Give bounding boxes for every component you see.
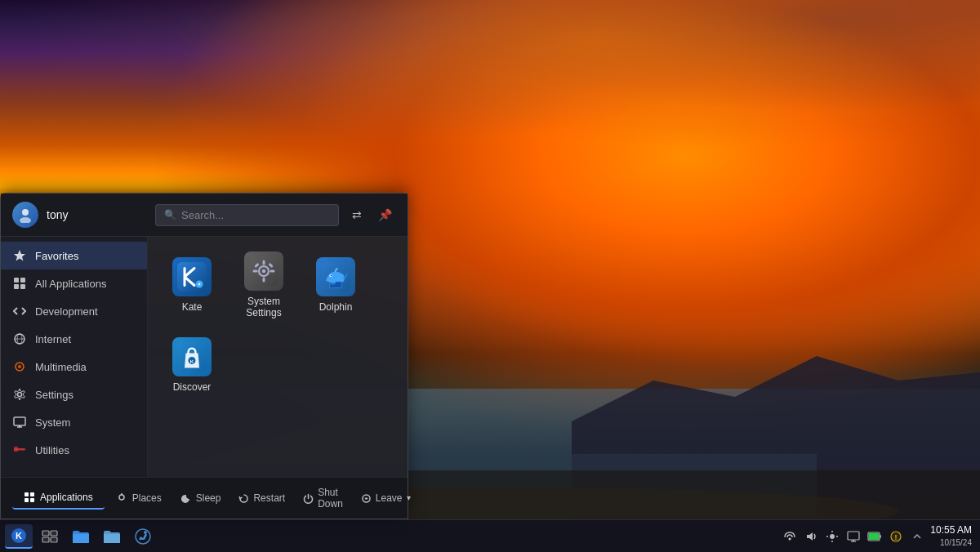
sidebar-item-internet[interactable]: Internet <box>1 325 147 353</box>
svg-point-52 <box>144 531 147 534</box>
moon-icon <box>181 492 192 504</box>
search-input[interactable] <box>181 209 330 221</box>
footer-actions: Sleep Restart <box>173 483 419 514</box>
app-dolphin-label: Dolphin <box>319 301 353 313</box>
sidebar-item-label: All Applications <box>35 278 106 290</box>
svg-text:!: ! <box>895 533 898 541</box>
clock[interactable]: 10:55 AM 10/15/24 <box>930 524 972 548</box>
sidebar-item-utilities[interactable]: Utilities <box>1 436 147 464</box>
footer-tab-places[interactable]: Places <box>105 487 173 510</box>
file-manager-button[interactable] <box>98 524 126 549</box>
sidebar-item-system[interactable]: System <box>1 408 147 436</box>
restart-button[interactable]: Restart <box>230 488 293 508</box>
footer-tab-applications[interactable]: Applications <box>12 487 105 510</box>
grid-icon <box>12 276 27 291</box>
network-icon[interactable] <box>782 528 798 545</box>
switch-user-button[interactable]: ⇄ <box>345 203 368 226</box>
leave-label: Leave <box>376 492 403 504</box>
kickoff-button[interactable]: K <box>5 524 33 549</box>
pin-button[interactable]: 📌 <box>373 203 396 226</box>
folder-icon <box>103 529 121 544</box>
svg-rect-21 <box>14 447 18 452</box>
sidebar-item-label: Multimedia <box>35 361 87 373</box>
monitor-icon <box>12 415 27 430</box>
svg-rect-8 <box>20 278 25 283</box>
brightness-icon[interactable] <box>824 528 840 545</box>
sleep-button[interactable]: Sleep <box>173 488 229 508</box>
battery-icon[interactable] <box>866 528 883 545</box>
app-dolphin[interactable]: Dolphin <box>303 248 368 322</box>
sidebar-item-label: Settings <box>35 389 74 401</box>
refresh-icon <box>238 492 249 504</box>
volume-icon[interactable] <box>803 528 819 545</box>
app-kate[interactable]: Kate <box>159 248 225 322</box>
svg-rect-27 <box>263 260 265 265</box>
svg-rect-64 <box>880 535 881 538</box>
discover-icon: K <box>172 337 212 376</box>
kde-app-button[interactable] <box>129 524 157 549</box>
svg-rect-22 <box>177 262 207 292</box>
pager-icon <box>42 530 58 543</box>
globe-icon <box>12 332 27 346</box>
sleep-label: Sleep <box>196 492 221 504</box>
sidebar-item-all-applications[interactable]: All Applications <box>1 269 147 297</box>
kde2-icon <box>135 528 151 545</box>
restart-label: Restart <box>253 492 285 504</box>
sidebar-item-multimedia[interactable]: Multimedia <box>1 353 147 381</box>
sidebar-item-label: Internet <box>35 333 71 345</box>
app-settings-label: System Settings <box>246 296 281 319</box>
sidebar-item-label: Favorites <box>35 250 78 262</box>
svg-point-5 <box>22 209 29 216</box>
dolphin-task-button[interactable] <box>67 524 95 549</box>
desktop: tony 🔍 ⇄ 📌 <box>0 0 980 552</box>
shutdown-button[interactable]: Shut Down <box>295 483 351 514</box>
chevron-down-icon: ▾ <box>407 493 411 502</box>
svg-rect-30 <box>270 269 275 272</box>
star-icon <box>12 248 27 263</box>
sidebar-item-settings[interactable]: Settings <box>1 381 147 408</box>
clock-time: 10:55 AM <box>930 524 972 537</box>
cloud-layer <box>0 0 980 204</box>
sidebar-item-favorites[interactable]: Favorites <box>1 242 147 269</box>
taskbar-right: ! 10:55 AM 10/15/24 <box>773 524 980 548</box>
svg-point-43 <box>119 495 124 500</box>
app-kate-label: Kate <box>182 301 203 313</box>
app-grid: Kate <box>148 237 408 477</box>
sidebar-item-development[interactable]: Development <box>1 297 147 325</box>
svg-point-54 <box>830 534 835 539</box>
svg-rect-47 <box>42 531 49 536</box>
app-system-settings[interactable]: System Settings <box>231 248 296 322</box>
svg-rect-40 <box>30 492 34 496</box>
tray-expand-icon[interactable] <box>909 528 925 545</box>
svg-point-15 <box>18 365 21 368</box>
search-icon: 🔍 <box>164 209 176 220</box>
svg-rect-59 <box>848 532 859 540</box>
sidebar-item-label: Development <box>35 305 98 318</box>
avatar[interactable] <box>12 202 38 228</box>
kate-icon <box>172 257 212 296</box>
svg-text:K: K <box>16 531 22 541</box>
screen-icon[interactable] <box>845 528 862 545</box>
power-icon <box>303 492 314 504</box>
app-discover[interactable]: K Discover <box>159 328 225 402</box>
taskbar-left: K <box>0 524 162 549</box>
folder-blue-icon <box>72 529 90 544</box>
footer-tab-places-label: Places <box>132 492 162 504</box>
menu-sidebar: Favorites All Applications <box>1 237 148 477</box>
search-bar: 🔍 <box>155 204 339 226</box>
leave-button[interactable]: Leave ▾ <box>353 488 419 508</box>
menu-header: tony 🔍 ⇄ 📌 <box>1 194 408 237</box>
svg-rect-49 <box>42 537 49 542</box>
application-menu: tony 🔍 ⇄ 📌 <box>0 193 408 519</box>
updates-icon[interactable]: ! <box>888 528 904 545</box>
kde-icon: K <box>11 528 27 544</box>
svg-rect-50 <box>51 537 57 542</box>
menu-footer: Applications Places <box>1 477 408 519</box>
svg-rect-17 <box>14 417 25 425</box>
pager-button[interactable] <box>36 524 64 549</box>
shutdown-label: Shut Down <box>318 487 343 510</box>
username: tony <box>47 208 155 221</box>
tools-icon <box>12 443 27 457</box>
svg-rect-29 <box>253 269 258 272</box>
sidebar-item-label: System <box>35 416 70 429</box>
